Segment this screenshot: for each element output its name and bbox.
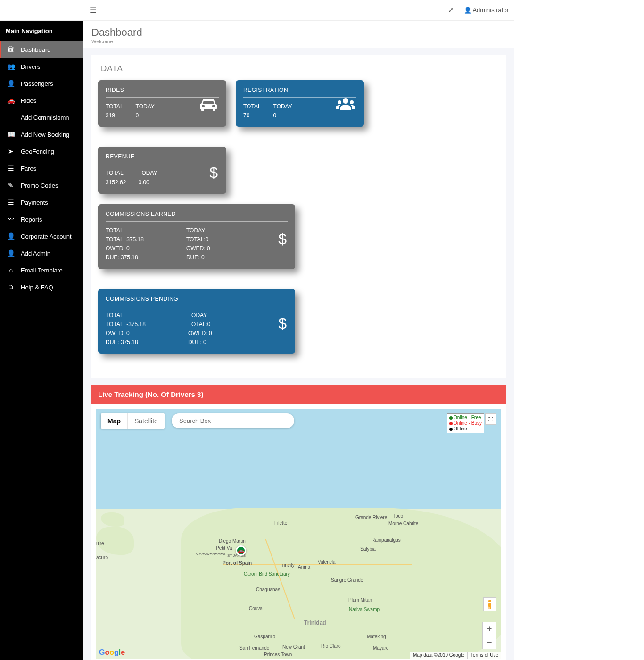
nav-passengers[interactable]: 👤Passengers xyxy=(0,75,83,92)
driver-marker[interactable]: 🚗 xyxy=(236,545,246,556)
nav-corporate-account[interactable]: 👤Corporate Account xyxy=(0,228,83,245)
stat-value: 0.00 xyxy=(138,178,157,187)
live-tracking-header: Live Tracking (No. Of Drivers 3) xyxy=(91,385,506,404)
nav-drivers[interactable]: 👥Drivers xyxy=(0,58,83,75)
car-icon xyxy=(199,97,218,116)
svg-point-3 xyxy=(488,600,491,602)
nav-label: Payments xyxy=(21,199,48,206)
nav-add-commission[interactable]: •Add Commisiomn xyxy=(0,109,83,126)
stack-icon: ☰ xyxy=(7,165,15,172)
card-commissions-pending[interactable]: COMMISSIONS PENDING TOTAL TOTAL: -375.18… xyxy=(98,289,295,354)
legend-label: Offline xyxy=(454,426,467,432)
home-icon: ⌂ xyxy=(7,266,15,274)
nav-add-booking[interactable]: 📖Add New Booking xyxy=(0,126,83,143)
stat-line: OWED: 0 xyxy=(106,329,146,338)
map-fullscreen-button[interactable]: ⛶ xyxy=(485,413,496,425)
map-label: Morne Cabrite xyxy=(388,521,418,526)
car-icon: 🚗 xyxy=(7,97,15,104)
stat-label: TOTAL xyxy=(106,102,124,111)
user-menu[interactable]: 👤 Administrator xyxy=(464,7,509,14)
card-revenue[interactable]: REVENUE TOTAL3152.62 TODAY0.00 $ xyxy=(98,147,226,193)
user-icon: 👤 xyxy=(7,249,15,257)
nav-heading: Main Navigation xyxy=(0,21,83,41)
map-search-input[interactable] xyxy=(172,413,294,428)
card-rides[interactable]: RIDES TOTAL319 TODAY0 xyxy=(98,80,226,127)
user-icon: 👤 xyxy=(7,80,15,87)
nav-label: Add New Booking xyxy=(21,131,69,138)
streetview-pegman[interactable] xyxy=(483,597,496,611)
stat-value: 319 xyxy=(106,111,124,120)
map-tab-satellite[interactable]: Satellite xyxy=(128,413,165,429)
stat-value: 0 xyxy=(136,111,155,120)
map[interactable]: Port of Spain Trincity Arima Valencia Sa… xyxy=(96,409,501,659)
stat-line: DUE: 0 xyxy=(188,338,212,347)
map-label: uire xyxy=(96,541,104,546)
map-label: Salybia xyxy=(360,546,376,552)
map-label: Mafeking xyxy=(367,634,386,639)
nav-geofencing[interactable]: ➤GeoFencing xyxy=(0,143,83,160)
topbar: ☰ ⤢ 👤 Administrator xyxy=(0,0,514,21)
institution-icon: 🏛 xyxy=(7,46,15,53)
map-label: Trincity xyxy=(280,562,295,568)
stat-line: TODAY xyxy=(186,226,210,235)
nav-help-faq[interactable]: 🗎Help & FAQ xyxy=(0,279,83,296)
map-label: Sangre Grande xyxy=(331,578,363,583)
expand-icon[interactable]: ⤢ xyxy=(448,7,454,14)
stat-line: DUE: 375.18 xyxy=(106,253,144,262)
nav-add-admin[interactable]: 👤Add Admin xyxy=(0,245,83,262)
map-label: Filette xyxy=(274,520,287,526)
nav-rides[interactable]: 🚗Rides xyxy=(0,92,83,109)
map-label: Gasparillo xyxy=(254,634,275,639)
map-label: Mayaro xyxy=(373,645,388,651)
nav-label: Passengers xyxy=(21,80,53,87)
dollar-icon: $ xyxy=(278,315,287,332)
card-title: COMMISSIONS PENDING xyxy=(106,296,288,306)
nav-email-template[interactable]: ⌂Email Template xyxy=(0,262,83,279)
user-icon: 👤 xyxy=(464,7,471,14)
stack-icon: ☰ xyxy=(7,198,15,206)
map-label: acuro xyxy=(96,555,108,560)
dollar-icon: $ xyxy=(209,164,218,182)
status-dot-icon xyxy=(449,422,453,425)
book-icon: 📖 xyxy=(7,131,15,138)
stat-line: TOTAL:0 xyxy=(188,320,212,329)
card-commissions-earned[interactable]: COMMISSIONS EARNED TOTAL TOTAL: 375.18 O… xyxy=(98,204,295,269)
map-label: Plum Mitan xyxy=(348,597,372,602)
zoom-out-button[interactable]: − xyxy=(483,635,496,649)
map-zoom-controls: + − xyxy=(482,622,496,649)
stat-line: TOTAL:0 xyxy=(186,235,210,244)
location-icon: ➤ xyxy=(7,148,15,155)
main-content: Dashboard Welcome DATA RIDES TOTAL319 TO… xyxy=(83,21,514,660)
map-label: Caroni Bird Sanctuary xyxy=(244,571,290,577)
card-registration[interactable]: REGISTRATION TOTAL70 TODAY0 xyxy=(236,80,364,127)
nav-payments[interactable]: ☰Payments xyxy=(0,194,83,211)
map-label: Nariva Swamp xyxy=(349,607,380,612)
nav-reports[interactable]: 〰Reports xyxy=(0,211,83,228)
map-attrib-text: Map data ©2019 Google xyxy=(410,652,467,659)
page-head: Dashboard Welcome xyxy=(83,21,514,48)
status-dot-icon xyxy=(449,428,453,431)
menu-toggle-icon[interactable]: ☰ xyxy=(90,6,96,15)
map-label: Princes Town xyxy=(264,652,292,657)
map-label: Rampanalgas xyxy=(372,537,401,543)
stat-line: TOTAL: 375.18 xyxy=(106,235,144,244)
map-label: Couva xyxy=(249,606,263,611)
nav-fares[interactable]: ☰Fares xyxy=(0,160,83,177)
map-tab-map[interactable]: Map xyxy=(101,413,128,429)
zoom-in-button[interactable]: + xyxy=(483,622,496,635)
map-attribution: Map data ©2019 GoogleTerms of Use xyxy=(410,652,501,659)
nav-label: Reports xyxy=(21,216,42,223)
stat-line: DUE: 0 xyxy=(186,253,210,262)
svg-point-0 xyxy=(343,98,348,104)
google-logo: Google xyxy=(99,648,125,657)
nav-dashboard[interactable]: 🏛Dashboard xyxy=(0,41,83,58)
nav-label: Add Admin xyxy=(21,250,50,257)
map-terms-link[interactable]: Terms of Use xyxy=(467,652,501,659)
legend-label: Online - Busy xyxy=(454,421,482,426)
nav-label: Email Template xyxy=(21,267,63,274)
svg-rect-5 xyxy=(489,607,490,609)
nav-label: Drivers xyxy=(21,63,40,70)
map-label: Valencia xyxy=(318,560,336,565)
nav-promo-codes[interactable]: ✎Promo Codes xyxy=(0,177,83,194)
stat-line: TOTAL: -375.18 xyxy=(106,320,146,329)
